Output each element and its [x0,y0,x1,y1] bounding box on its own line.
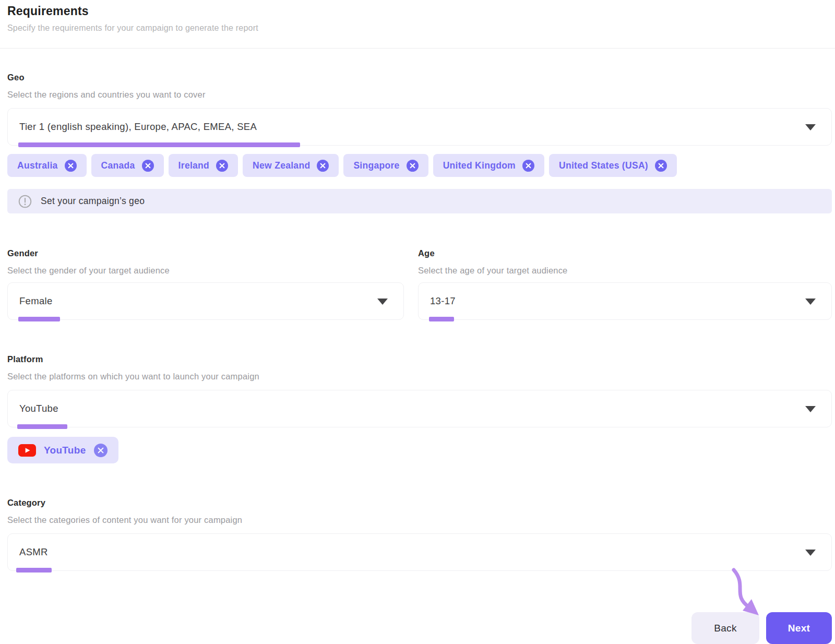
remove-chip-icon[interactable] [655,160,667,172]
geo-chips: Australia Canada Ireland New Zealand Sin… [7,154,832,177]
chip-label: Ireland [178,160,209,171]
platform-select[interactable]: YouTube [7,390,832,427]
requirements-page: Requirements Specify the requirements fo… [0,0,835,644]
footer-actions: Back Next [7,612,832,644]
age-select-value: 13-17 [430,295,456,307]
chip-label: United Kingdom [443,160,516,171]
remove-chip-icon[interactable] [407,160,419,172]
geo-chip-singapore: Singapore [343,154,428,177]
geo-notice-banner: Set your campaign’s geo [7,189,832,213]
geo-chip-new-zealand: New Zealand [243,154,339,177]
chip-label: YouTube [44,445,86,456]
gender-select-value: Female [19,295,53,307]
category-section: Category Select the categories of conten… [7,498,832,571]
platform-progress-underline [17,424,67,429]
age-select[interactable]: 13-17 [418,282,832,320]
next-button[interactable]: Next [766,612,832,644]
geo-chip-united-states: United States (USA) [549,154,677,177]
geo-description: Select the regions and countries you wan… [7,90,832,100]
page-title: Requirements [7,4,835,18]
age-section: Age Select the age of your target audien… [418,248,832,320]
remove-chip-icon[interactable] [216,160,228,172]
remove-chip-icon[interactable] [317,160,329,172]
category-select[interactable]: ASMR [7,533,832,571]
geo-select[interactable]: Tier 1 (english speaking), Europe, APAC,… [7,108,832,146]
chevron-down-icon [805,299,816,305]
remove-chip-icon[interactable] [522,160,534,172]
geo-chip-united-kingdom: United Kingdom [433,154,544,177]
gender-description: Select the gender of your target audienc… [7,266,404,276]
geo-progress-underline [18,142,300,147]
category-select-value: ASMR [19,546,48,558]
chevron-down-icon [805,550,816,556]
chip-label: United States (USA) [559,160,648,171]
geo-select-value: Tier 1 (english speaking), Europe, APAC,… [19,121,257,133]
platform-section: Platform Select the platforms on which y… [7,354,832,463]
gender-label: Gender [7,248,404,258]
age-label: Age [418,248,832,258]
platform-description: Select the platforms on which you want t… [7,372,832,381]
geo-label: Geo [7,73,832,82]
category-description: Select the categories of content you wan… [7,515,832,525]
category-progress-underline [16,568,52,573]
geo-chip-ireland: Ireland [169,154,238,177]
geo-section: Geo Select the regions and countries you… [7,73,832,213]
category-label: Category [7,498,832,508]
geo-chip-canada: Canada [91,154,164,177]
platform-label: Platform [7,354,832,364]
form-body: Geo Select the regions and countries you… [0,73,835,644]
chevron-down-icon [805,406,816,412]
gender-progress-underline [18,317,60,321]
chip-label: Singapore [353,160,399,171]
chevron-down-icon [805,124,816,130]
platform-select-value: YouTube [19,403,58,414]
page-header: Requirements Specify the requirements fo… [0,0,835,49]
alert-icon [18,195,32,208]
notice-text: Set your campaign’s geo [41,196,145,207]
page-subtitle: Specify the requirements for your campai… [7,23,835,33]
chevron-down-icon [377,299,388,305]
chip-label: New Zealand [253,160,310,171]
remove-chip-icon[interactable] [142,160,154,172]
remove-chip-icon[interactable] [65,160,77,172]
gender-section: Gender Select the gender of your target … [7,248,404,320]
gender-select[interactable]: Female [7,282,404,320]
age-description: Select the age of your target audience [418,266,832,276]
geo-chip-australia: Australia [7,154,87,177]
age-progress-underline [429,317,454,321]
chip-label: Australia [17,160,58,171]
platform-chip-youtube: YouTube [7,437,118,463]
chip-label: Canada [101,160,135,171]
youtube-icon [18,444,36,457]
gender-age-row: Gender Select the gender of your target … [7,248,832,320]
back-button[interactable]: Back [691,612,759,644]
remove-chip-icon[interactable] [94,444,108,457]
